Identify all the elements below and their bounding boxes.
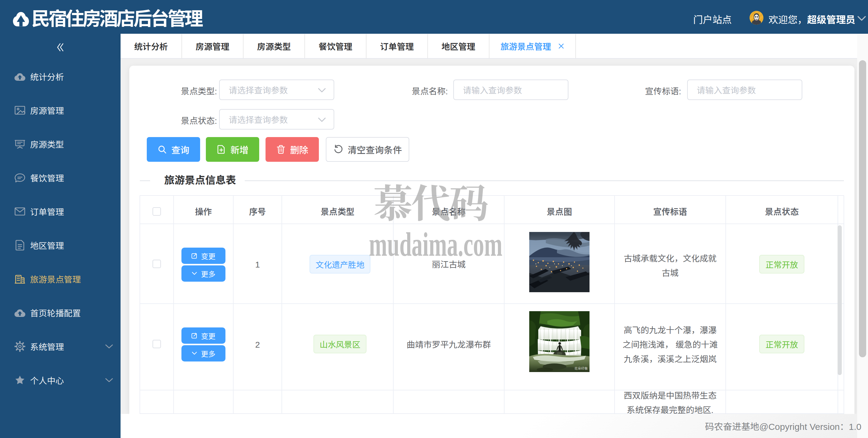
svg-text:花朵印象: 花朵印象 [575, 366, 588, 371]
